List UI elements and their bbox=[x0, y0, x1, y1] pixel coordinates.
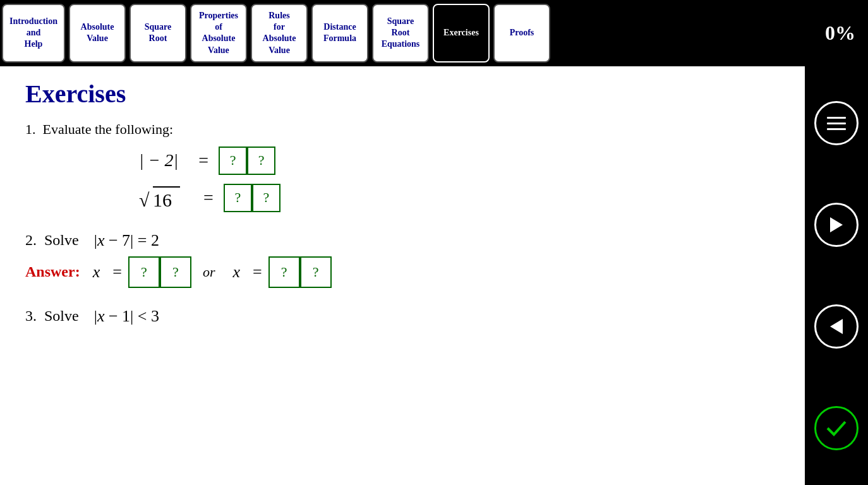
problem-1-eq2-box2[interactable]: ? bbox=[252, 184, 280, 212]
problem-2-box2-2[interactable]: ? bbox=[300, 256, 332, 288]
problem-1-eq1-equals: = bbox=[198, 150, 208, 171]
problem-2-statement: 2. Solve |x − 7| = 2 bbox=[25, 231, 780, 250]
problem-3-statement: 3. Solve |x − 1| < 3 bbox=[25, 307, 780, 326]
problem-2-x2: x bbox=[232, 263, 240, 282]
problem-3: 3. Solve |x − 1| < 3 bbox=[25, 307, 780, 326]
problem-3-equation: |x − 1| < 3 bbox=[94, 307, 159, 326]
problem-1-eq1-boxes: ? ? bbox=[219, 147, 275, 175]
right-sidebar bbox=[805, 66, 868, 485]
problem-1-eq1: | − 2| = ? ? bbox=[139, 147, 780, 175]
percent-display: 0% bbox=[825, 0, 868, 66]
answer-label: Answer: bbox=[25, 263, 80, 280]
problem-2: 2. Solve |x − 7| = 2 Answer: x = ? ? or … bbox=[25, 231, 780, 288]
problem-2-box1-1[interactable]: ? bbox=[128, 256, 160, 288]
main-content: Exercises 1. Evaluate the following: | −… bbox=[0, 66, 805, 485]
tab-square-root[interactable]: SquareRoot bbox=[130, 4, 186, 63]
tab-absolute-value[interactable]: AbsoluteValue bbox=[69, 4, 126, 63]
tab-rules-absolute-value[interactable]: RulesforAbsoluteValue bbox=[251, 4, 308, 63]
problem-2-x1: x bbox=[93, 263, 100, 282]
forward-icon bbox=[824, 212, 849, 237]
menu-button[interactable] bbox=[814, 101, 859, 145]
problem-1-eq1-left: | − 2| bbox=[139, 150, 178, 171]
problem-2-answer: Answer: x = ? ? or x = ? bbox=[25, 256, 780, 288]
problem-1-eq2: √ 16 = ? ? bbox=[139, 184, 780, 212]
forward-button[interactable] bbox=[814, 203, 859, 247]
svg-marker-6 bbox=[830, 217, 843, 232]
problem-2-equation: |x − 7| = 2 bbox=[94, 231, 159, 250]
problem-2-boxes1: ? ? bbox=[128, 256, 191, 288]
check-icon bbox=[824, 416, 849, 441]
tab-properties-absolute-value[interactable]: PropertiesofAbsoluteValue bbox=[190, 4, 247, 63]
problem-1-eq2-box1[interactable]: ? bbox=[224, 184, 252, 212]
back-icon bbox=[824, 314, 849, 339]
tab-introduction[interactable]: IntroductionandHelp bbox=[2, 4, 65, 63]
or-text: or bbox=[203, 264, 215, 280]
back-button[interactable] bbox=[814, 304, 859, 349]
check-button[interactable] bbox=[814, 406, 859, 450]
problem-2-box2-1[interactable]: ? bbox=[268, 256, 300, 288]
svg-text:16: 16 bbox=[153, 189, 172, 210]
svg-rect-5 bbox=[827, 128, 846, 130]
problem-2-eq2: = bbox=[253, 263, 262, 282]
problem-1-eq1-box2[interactable]: ? bbox=[247, 147, 275, 175]
nav-bar: IntroductionandHelp AbsoluteValue Square… bbox=[0, 0, 868, 66]
problem-2-number: 2. Solve bbox=[25, 232, 94, 249]
problem-1-eq1-box1[interactable]: ? bbox=[219, 147, 247, 175]
problem-1-eq2-equals: = bbox=[203, 188, 214, 208]
tab-distance-formula[interactable]: DistanceFormula bbox=[311, 4, 368, 63]
menu-icon bbox=[824, 111, 849, 136]
problem-1: 1. Evaluate the following: | − 2| = ? ? bbox=[25, 121, 780, 212]
tab-exercises[interactable]: Exercises bbox=[433, 4, 490, 63]
problem-1-eq2-boxes: ? ? bbox=[224, 184, 280, 212]
problem-2-box1-2[interactable]: ? bbox=[160, 256, 191, 288]
content-area: Exercises 1. Evaluate the following: | −… bbox=[0, 66, 868, 485]
problem-1-text: 1. Evaluate the following: bbox=[25, 121, 780, 138]
svg-text:√: √ bbox=[139, 189, 150, 210]
problem-2-eq1: = bbox=[112, 263, 122, 282]
svg-rect-4 bbox=[827, 123, 846, 124]
problem-1-number: 1. Evaluate the following: bbox=[25, 121, 173, 137]
problem-2-boxes2: ? ? bbox=[268, 256, 332, 288]
tab-square-root-equations[interactable]: SquareRootEquations bbox=[372, 4, 429, 63]
page-title: Exercises bbox=[25, 79, 780, 109]
problem-3-number: 3. Solve bbox=[25, 308, 94, 325]
tab-proofs[interactable]: Proofs bbox=[493, 4, 550, 63]
svg-rect-3 bbox=[827, 117, 846, 119]
problem-1-eq2-left: √ 16 bbox=[139, 184, 183, 212]
svg-marker-7 bbox=[830, 319, 843, 334]
